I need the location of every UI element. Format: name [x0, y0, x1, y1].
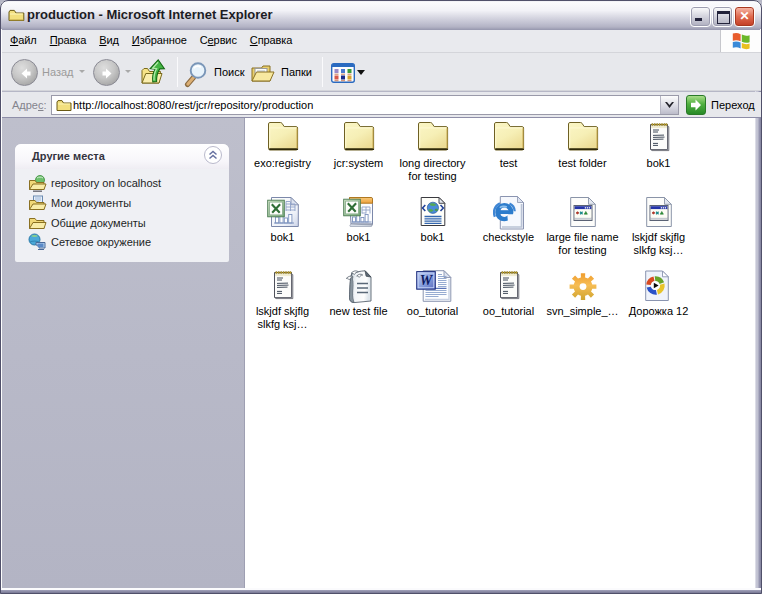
svg-text:W: W: [419, 273, 433, 288]
